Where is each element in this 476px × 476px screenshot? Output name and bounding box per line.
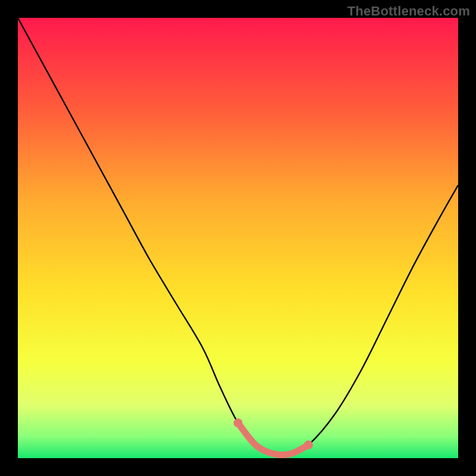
svg-point-2 xyxy=(304,440,313,449)
svg-point-1 xyxy=(234,418,243,427)
watermark-text: TheBottleneck.com xyxy=(347,4,470,19)
chart-frame: TheBottleneck.com xyxy=(0,0,476,476)
bottleneck-chart xyxy=(18,18,458,458)
gradient-background xyxy=(18,18,458,458)
plot-area xyxy=(18,18,458,458)
